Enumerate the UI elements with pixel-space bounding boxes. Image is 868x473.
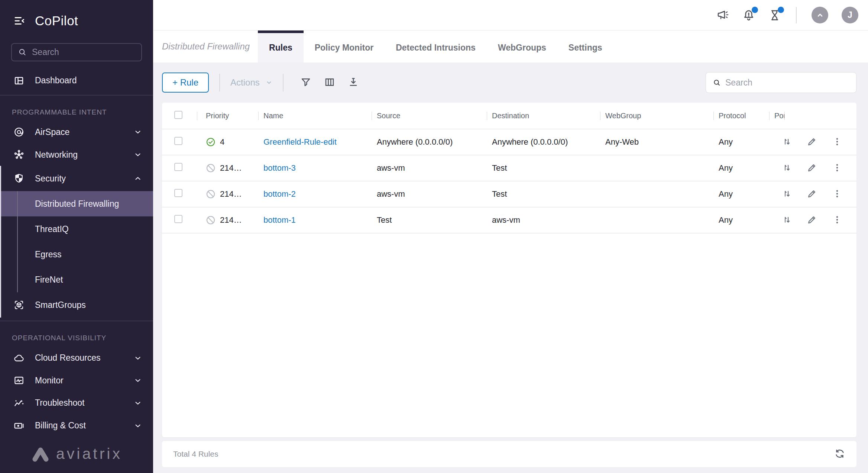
sidebar-item-troubleshoot[interactable]: Troubleshoot (0, 392, 153, 415)
scroll-top-button[interactable] (812, 7, 828, 23)
rule-destination: aws-vm (487, 215, 600, 225)
sidebar-search-input[interactable] (32, 47, 142, 57)
sidebar-item-label: SmartGroups (35, 300, 86, 310)
rule-protocol: Any (713, 215, 769, 225)
edit-pencil-icon[interactable] (807, 136, 817, 148)
reorder-icon[interactable] (785, 136, 792, 148)
column-header-destination[interactable]: Destination (487, 112, 600, 120)
row-checkbox[interactable] (174, 215, 182, 223)
deny-block-circle-icon (206, 215, 216, 225)
chevron-down-icon (266, 79, 272, 86)
sidebar-item-threatiq[interactable]: ThreatIQ (0, 216, 153, 242)
rule-name-link[interactable]: bottom-3 (263, 163, 296, 173)
rule-protocol: Any (713, 189, 769, 199)
reorder-icon[interactable] (785, 163, 792, 174)
more-kebab-icon[interactable] (832, 163, 842, 174)
column-header-port[interactable]: Port (769, 112, 785, 120)
edit-pencil-icon[interactable] (807, 189, 817, 200)
rule-name-link[interactable]: bottom-1 (263, 215, 296, 225)
chevron-down-icon (134, 128, 142, 136)
download-icon[interactable] (348, 77, 359, 89)
tasks-badge-dot (778, 7, 784, 13)
sidebar-item-dashboard[interactable]: Dashboard (0, 70, 153, 92)
row-checkbox[interactable] (174, 163, 182, 171)
column-header-name[interactable]: Name (258, 112, 372, 120)
select-all-checkbox[interactable] (174, 111, 182, 119)
notifications-bell-icon[interactable] (742, 9, 755, 22)
user-avatar[interactable]: J (842, 7, 858, 23)
rule-destination: Test (487, 189, 600, 199)
column-header-source[interactable]: Source (372, 112, 487, 120)
networking-icon (13, 149, 25, 160)
rule-source: aws-vm (372, 163, 487, 173)
reorder-icon[interactable] (785, 189, 792, 200)
chevron-down-icon (134, 354, 142, 362)
sidebar-item-egress[interactable]: Egress (0, 242, 153, 267)
tab-detected-intrusions[interactable]: Detected Intrusions (385, 30, 487, 62)
cloud-icon (13, 353, 25, 364)
sidebar-item-billing-cost[interactable]: Billing & Cost (0, 414, 153, 437)
priority-value: 214… (220, 215, 242, 225)
toolbar: + Rule Actions (162, 72, 856, 93)
more-kebab-icon[interactable] (832, 189, 842, 200)
table-search-input[interactable] (725, 78, 849, 88)
rules-table: Priority Name Source Destination WebGrou… (162, 103, 856, 437)
row-checkbox[interactable] (174, 189, 182, 197)
header-divider (796, 7, 797, 23)
column-header-priority[interactable]: Priority (197, 112, 258, 120)
search-icon (713, 78, 721, 87)
filter-icon[interactable] (300, 77, 311, 89)
announcements-icon[interactable] (716, 9, 729, 22)
sidebar-collapse-icon[interactable] (13, 15, 26, 27)
search-icon (18, 48, 27, 57)
table-row: 4 Greenfield-Rule-edit Anywhere (0.0.0.0… (162, 129, 856, 155)
reorder-icon[interactable] (785, 215, 792, 226)
sidebar-divider (0, 95, 153, 96)
row-checkbox[interactable] (174, 137, 182, 145)
more-kebab-icon[interactable] (832, 215, 842, 226)
rule-name-link[interactable]: bottom-2 (263, 189, 296, 199)
page-title: Distributed Firewalling (162, 30, 250, 62)
column-header-webgroup[interactable]: WebGroup (600, 112, 713, 120)
pending-tasks-hourglass-icon[interactable] (768, 9, 781, 22)
sidebar-section-label: PROGRAMMABLE INTENT (0, 99, 153, 121)
brand-footer: aviatrix (0, 437, 153, 473)
sidebar-item-networking[interactable]: Networking (0, 144, 153, 166)
actions-dropdown[interactable]: Actions (230, 77, 272, 88)
add-rule-button[interactable]: + Rule (162, 73, 209, 93)
sidebar-item-cloud-resources[interactable]: Cloud Resources (0, 347, 153, 369)
deny-block-circle-icon (206, 189, 216, 199)
smartgroups-icon (13, 299, 25, 310)
tab-rules[interactable]: Rules (258, 30, 304, 62)
sidebar-item-label: Dashboard (35, 75, 77, 86)
rule-destination: Anywhere (0.0.0.0/0) (487, 137, 600, 147)
toolbar-divider (219, 74, 220, 91)
edit-pencil-icon[interactable] (807, 163, 817, 174)
sidebar-item-airspace[interactable]: AirSpace (0, 121, 153, 144)
sidebar-item-smartgroups[interactable]: SmartGroups (0, 292, 153, 318)
sidebar-item-label: Cloud Resources (35, 353, 100, 363)
sidebar-item-monitor[interactable]: Monitor (0, 369, 153, 392)
allow-check-circle-icon (206, 137, 216, 147)
chevron-down-icon (134, 151, 142, 159)
columns-icon[interactable] (324, 77, 335, 89)
rule-name-link[interactable]: Greenfield-Rule-edit (263, 137, 337, 147)
column-header-protocol[interactable]: Protocol (713, 112, 769, 120)
sidebar-item-security[interactable]: Security (0, 166, 153, 191)
sidebar-item-distributed-firewalling[interactable]: Distributed Firewalling (0, 191, 153, 216)
notification-badge-dot (752, 7, 758, 13)
sidebar-item-firenet[interactable]: FireNet (0, 267, 153, 292)
rule-protocol: Any (713, 163, 769, 173)
rule-webgroup: Any-Web (600, 137, 713, 147)
more-kebab-icon[interactable] (832, 136, 842, 148)
edit-pencil-icon[interactable] (807, 215, 817, 226)
sidebar-item-label: Security (35, 174, 66, 184)
app-title: CoPilot (35, 13, 78, 28)
table-search (706, 72, 856, 93)
refresh-icon[interactable] (834, 448, 845, 460)
tab-webgroups[interactable]: WebGroups (487, 30, 557, 62)
tab-policy-monitor[interactable]: Policy Monitor (304, 30, 385, 62)
tab-settings[interactable]: Settings (557, 30, 613, 62)
rule-protocol: Any (713, 137, 769, 147)
priority-value: 214… (220, 163, 242, 173)
